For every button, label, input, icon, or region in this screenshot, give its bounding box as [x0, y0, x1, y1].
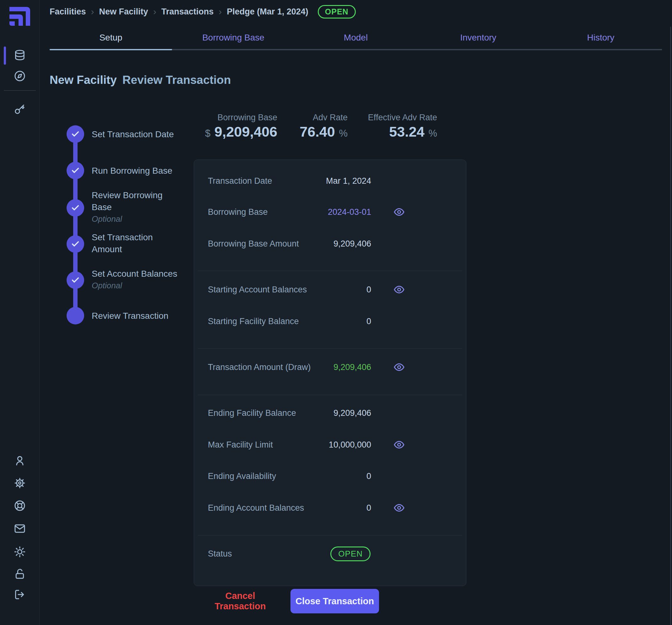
- view-borrowing-base-button[interactable]: [393, 206, 405, 218]
- row-value: 9,209,406: [334, 239, 371, 249]
- row-label: Starting Facility Balance: [208, 317, 299, 326]
- breadcrumb: Facilities › New Facility › Transactions…: [50, 4, 356, 20]
- row-label: Max Facility Limit: [208, 440, 273, 450]
- percent-symbol: %: [428, 128, 437, 139]
- stat-effective-adv-rate: Effective Adv Rate 53.24 %: [330, 112, 437, 142]
- view-transaction-amount-button[interactable]: [393, 361, 405, 373]
- breadcrumb-transactions[interactable]: Transactions: [161, 7, 214, 17]
- row-value: 0: [366, 317, 371, 326]
- card-divider: [198, 535, 462, 535]
- tab-inventory[interactable]: Inventory: [417, 26, 539, 49]
- card-divider: [198, 395, 462, 395]
- step-dot-run-borrowing-base[interactable]: [67, 162, 84, 179]
- mail-icon: [14, 522, 26, 535]
- sidebar-item-theme-toggle[interactable]: [0, 543, 40, 561]
- eye-icon: [393, 361, 405, 373]
- row-transaction-date: Transaction Date Mar 1, 2024: [208, 171, 452, 191]
- row-ending-account-balances: Ending Account Balances 0: [208, 498, 452, 518]
- row-borrowing-base: Borrowing Base 2024-03-01: [208, 202, 452, 222]
- row-value: 0: [366, 472, 371, 481]
- scrollbar-track[interactable]: [670, 27, 671, 625]
- row-label: Ending Facility Balance: [208, 408, 296, 418]
- step-label-set-account-balances[interactable]: Set Account Balances Optional: [92, 268, 195, 291]
- step-label-run-borrowing-base[interactable]: Run Borrowing Base: [92, 165, 195, 177]
- sidebar-item-explore[interactable]: [0, 67, 40, 85]
- view-starting-account-balances-button[interactable]: [393, 284, 405, 295]
- breadcrumb-separator: ›: [219, 6, 222, 17]
- close-transaction-button[interactable]: Close Transaction: [290, 589, 379, 614]
- breadcrumb-facilities[interactable]: Facilities: [50, 7, 86, 17]
- stat-value: 53.24: [389, 124, 425, 140]
- row-value: 10,000,000: [329, 440, 371, 450]
- tab-borrowing-base[interactable]: Borrowing Base: [172, 26, 294, 49]
- row-label: Borrowing Base: [208, 207, 268, 217]
- check-icon: [71, 130, 80, 139]
- transaction-stepper: Set Transaction Date Run Borrowing Base …: [67, 125, 198, 345]
- step-label-set-transaction-date[interactable]: Set Transaction Date: [92, 128, 195, 140]
- database-icon: [14, 49, 26, 62]
- stat-value: 76.40: [299, 124, 335, 140]
- step-label-text: Set Account Balances: [92, 269, 177, 279]
- sidebar-item-facilities[interactable]: [0, 47, 40, 65]
- sidebar-item-settings[interactable]: [0, 474, 40, 492]
- row-borrowing-base-amount: Borrowing Base Amount 9,209,406: [208, 233, 452, 254]
- breadcrumb-new-facility[interactable]: New Facility: [99, 7, 148, 17]
- stat-label: Effective Adv Rate: [330, 112, 437, 123]
- row-starting-account-balances: Starting Account Balances 0: [208, 279, 452, 300]
- logout-icon: [14, 588, 26, 601]
- view-max-facility-limit-button[interactable]: [393, 439, 405, 450]
- row-label: Ending Account Balances: [208, 503, 304, 513]
- step-optional-tag: Optional: [92, 213, 173, 224]
- step-label-review-transaction[interactable]: Review Transaction: [92, 310, 195, 322]
- sidebar-item-help[interactable]: [0, 497, 40, 515]
- step-label-text: Review Borrowing Base: [92, 190, 163, 212]
- page-title: New FacilityReview Transaction: [50, 73, 231, 87]
- breadcrumb-separator: ›: [153, 6, 157, 17]
- row-value: 0: [366, 503, 371, 513]
- eye-icon: [393, 206, 405, 218]
- card-divider: [198, 271, 462, 271]
- step-dot-review-borrowing-base[interactable]: [67, 199, 84, 217]
- sidebar: [0, 0, 40, 625]
- step-dot-set-transaction-date[interactable]: [67, 125, 84, 143]
- row-starting-facility-balance: Starting Facility Balance 0: [208, 311, 452, 332]
- row-ending-availability: Ending Availability 0: [208, 466, 452, 486]
- borrowing-base-link[interactable]: 2024-03-01: [328, 207, 371, 217]
- app-root: Facilities › New Facility › Transactions…: [0, 0, 672, 625]
- key-icon: [14, 103, 26, 115]
- tab-history[interactable]: History: [539, 26, 662, 49]
- step-label-set-transaction-amount[interactable]: Set Transaction Amount: [92, 232, 167, 255]
- view-ending-account-balances-button[interactable]: [393, 502, 405, 513]
- tab-model[interactable]: Model: [294, 26, 417, 49]
- breadcrumb-current-page: Pledge (Mar 1, 2024): [227, 7, 308, 17]
- check-icon: [71, 166, 80, 175]
- eye-icon: [393, 284, 405, 295]
- sidebar-item-lock[interactable]: [0, 565, 40, 583]
- eye-icon: [393, 502, 405, 513]
- sun-icon: [14, 546, 26, 558]
- app-logo-icon[interactable]: [9, 7, 30, 26]
- row-ending-facility-balance: Ending Facility Balance 9,209,406: [208, 403, 452, 423]
- row-max-facility-limit: Max Facility Limit 10,000,000: [208, 434, 452, 455]
- row-value: Mar 1, 2024: [326, 176, 371, 186]
- row-value: 9,209,406: [334, 408, 371, 418]
- cancel-transaction-button[interactable]: Cancel Transaction: [204, 589, 277, 614]
- row-label: Starting Account Balances: [208, 285, 307, 295]
- sidebar-item-keys[interactable]: [0, 100, 40, 118]
- page-title-step: Review Transaction: [122, 73, 231, 87]
- row-status: Status OPEN: [208, 543, 452, 564]
- currency-symbol: $: [205, 128, 210, 139]
- breadcrumb-separator: ›: [91, 6, 94, 17]
- step-dot-set-transaction-amount[interactable]: [67, 235, 84, 253]
- sidebar-item-logout[interactable]: [0, 585, 40, 604]
- sidebar-item-profile[interactable]: [0, 452, 40, 470]
- compass-icon: [14, 70, 26, 82]
- tab-bar: Setup Borrowing Base Model Inventory His…: [50, 26, 662, 50]
- step-dot-review-transaction[interactable]: [67, 307, 84, 324]
- sidebar-item-messages[interactable]: [0, 520, 40, 538]
- row-value-draw-amount: 9,209,406: [334, 362, 371, 372]
- tab-setup[interactable]: Setup: [50, 26, 172, 49]
- step-label-review-borrowing-base[interactable]: Review Borrowing Base Optional: [92, 189, 173, 224]
- row-label: Transaction Date: [208, 176, 272, 186]
- step-dot-set-account-balances[interactable]: [67, 271, 84, 289]
